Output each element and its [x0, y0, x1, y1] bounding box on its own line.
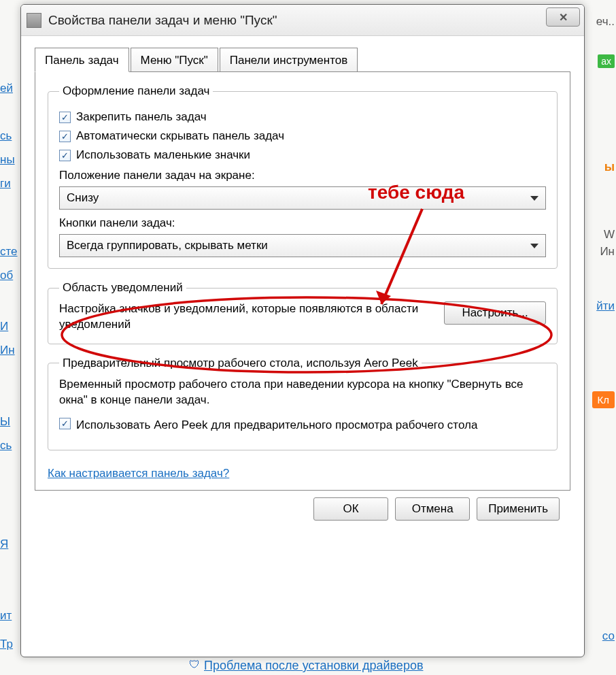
label-buttons: Кнопки панели задач: [59, 216, 546, 230]
tab-toolbars[interactable]: Панели инструментов [220, 48, 358, 72]
bg-link: Тр [0, 638, 13, 651]
checkbox-aero-peek[interactable]: ✓ [59, 418, 71, 429]
chevron-down-icon [530, 196, 538, 201]
dialog-window: Свойства панели задач и меню "Пуск" ✕ Па… [20, 4, 585, 657]
bg-bottom-link[interactable]: Проблема после установки драйверов [204, 659, 423, 673]
client-area: Панель задач Меню "Пуск" Панели инструме… [21, 36, 584, 657]
bg-link: ит [0, 609, 12, 623]
help-link[interactable]: Как настраивается панель задач? [48, 467, 229, 480]
bg-badge: ax [598, 54, 615, 68]
bg-fragment: Ин [600, 245, 615, 259]
tab-startmenu[interactable]: Меню "Пуск" [131, 48, 218, 72]
shield-icon: 🛡 [189, 659, 200, 671]
label-small-icons: Использовать маленькие значки [76, 148, 250, 162]
group-appearance: Оформление панели задач ✓ Закрепить пане… [48, 84, 558, 269]
bg-orange: ы [604, 160, 615, 174]
dropdown-position-value: Снизу [67, 191, 99, 205]
dropdown-position[interactable]: Снизу [59, 186, 546, 210]
aero-desc: Временный просмотр рабочего стола при на… [59, 377, 546, 408]
label-aero-peek: Использовать Aero Peek для предварительн… [76, 418, 477, 433]
bg-link: сь [0, 129, 12, 143]
group-appearance-legend: Оформление панели задач [59, 84, 213, 98]
bg-link: Я [0, 538, 8, 551]
checkbox-small-icons[interactable]: ✓ [59, 150, 71, 161]
label-position: Положение панели задач на экране: [59, 169, 546, 182]
tab-taskbar[interactable]: Панель задач [35, 48, 129, 72]
group-aero-legend: Предварительный просмотр рабочего стола,… [59, 357, 422, 370]
chevron-down-icon [530, 244, 538, 248]
bg-link: об [0, 269, 13, 282]
close-button[interactable]: ✕ [546, 7, 580, 27]
titlebar: Свойства панели задач и меню "Пуск" ✕ [21, 5, 584, 36]
group-notifications: Область уведомлений Настройка значков и … [48, 281, 558, 344]
bg-link: йти [596, 299, 615, 313]
bg-link: Ы [0, 415, 10, 429]
checkbox-lock[interactable]: ✓ [59, 112, 71, 123]
app-icon [27, 13, 41, 28]
window-title: Свойства панели задач и меню "Пуск" [48, 13, 277, 28]
label-autohide: Автоматически скрывать панель задач [76, 129, 284, 143]
bg-link: сь [0, 439, 12, 452]
bg-link: ей [0, 82, 13, 95]
group-notifications-legend: Область уведомлений [59, 281, 186, 295]
bg-link: сте [0, 245, 18, 259]
tab-content: Оформление панели задач ✓ Закрепить пане… [35, 71, 570, 491]
notifications-desc: Настройка значков и уведомлений, которые… [59, 301, 430, 333]
apply-button[interactable]: Применить [477, 497, 560, 521]
bg-fragment: еч.. [596, 15, 615, 29]
bg-orange-btn: Кл [592, 391, 615, 408]
bg-link: ны [0, 153, 15, 167]
bg-link: Ин [0, 344, 15, 357]
group-aero-peek: Предварительный просмотр рабочего стола,… [48, 357, 558, 450]
ok-button[interactable]: ОК [313, 497, 388, 521]
bg-link: ги [0, 177, 11, 191]
bg-fragment: W [604, 228, 615, 242]
dropdown-buttons[interactable]: Всегда группировать, скрывать метки [59, 234, 546, 257]
dropdown-buttons-value: Всегда группировать, скрывать метки [67, 239, 268, 252]
configure-button[interactable]: Настроить... [444, 301, 546, 325]
label-lock: Закрепить панель задач [76, 110, 207, 124]
checkbox-autohide[interactable]: ✓ [59, 131, 71, 142]
close-icon: ✕ [559, 11, 568, 24]
dialog-buttons: ОК Отмена Применить [35, 491, 570, 521]
tabs: Панель задач Меню "Пуск" Панели инструме… [35, 47, 570, 71]
cancel-button[interactable]: Отмена [395, 497, 470, 521]
bg-link: И [0, 320, 8, 333]
bg-link: со [602, 629, 615, 643]
